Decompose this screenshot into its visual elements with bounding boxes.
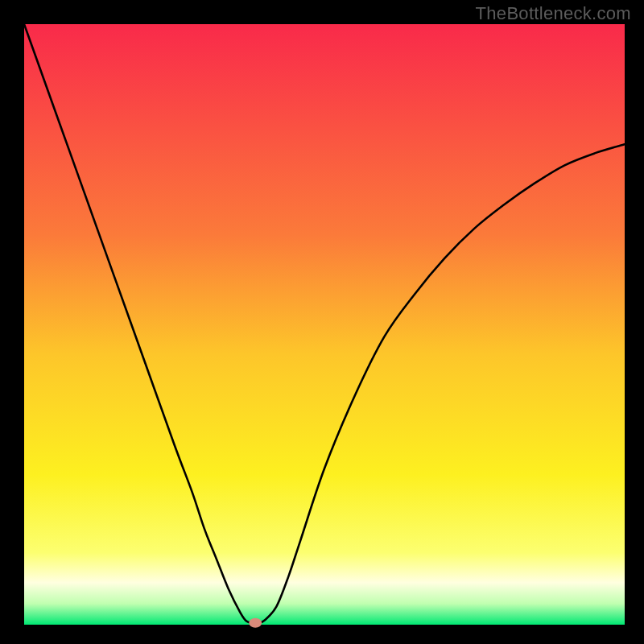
plot-background — [24, 24, 625, 625]
watermark-text: TheBottleneck.com — [476, 3, 631, 24]
bottleneck-chart — [0, 0, 644, 644]
chart-frame: TheBottleneck.com — [0, 0, 644, 644]
minimum-marker — [249, 618, 262, 628]
